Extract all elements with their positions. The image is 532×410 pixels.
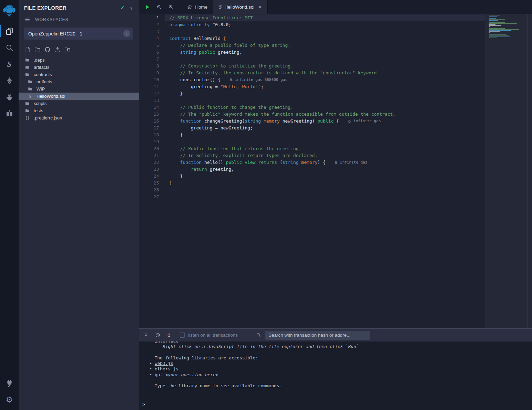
code-line[interactable]: 1// SPDX-License-Identifier: MIT — [139, 14, 485, 21]
terminal-output[interactable]: interface - Right click on a JavaScript … — [139, 341, 532, 410]
terminal-search-icon — [256, 332, 262, 338]
code-line[interactable]: 15 // The "public" keyword makes the fun… — [139, 111, 485, 118]
remix-logo-icon[interactable] — [2, 3, 17, 18]
code-line[interactable]: 24 } — [139, 173, 485, 180]
line-number: 8 — [139, 63, 165, 70]
code-line[interactable]: 2pragma solidity ^0.8.0; — [139, 21, 485, 28]
code-line[interactable]: 7 — [139, 56, 485, 63]
activity-item-solidity-compiler[interactable]: S — [0, 56, 19, 72]
tree-item-artifacts[interactable]: artifacts — [19, 78, 139, 85]
tree-item-label: HelloWorld.sol — [36, 94, 65, 99]
code-line[interactable]: 4contract HelloWorld { — [139, 35, 485, 42]
code-text: contract HelloWorld { — [165, 35, 226, 42]
code-line[interactable]: 20 // Public function that returns the g… — [139, 145, 485, 152]
search-icon — [5, 43, 14, 52]
file-explorer-panel: FILE EXPLORER ✓ › WORKSPACES OpenZeppeli… — [19, 0, 139, 410]
code-pane[interactable]: 1// SPDX-License-Identifier: MIT2pragma … — [139, 14, 485, 328]
gas-estimate-text: infinite gas 368600 gas — [235, 76, 287, 83]
code-editor[interactable]: 1// SPDX-License-Identifier: MIT2pragma … — [139, 14, 532, 328]
upload-file-button[interactable] — [54, 46, 61, 53]
new-folder-button[interactable] — [34, 46, 41, 53]
code-line[interactable]: 18 } — [139, 132, 485, 138]
code-text: // In Solidity, explicit return types ar… — [165, 152, 317, 159]
code-line[interactable]: 6 string public greeting; — [139, 49, 485, 56]
terminal-text: The following libraries are accessible: — [149, 355, 258, 360]
close-tab-icon[interactable]: × — [258, 4, 262, 10]
github-button[interactable] — [44, 46, 51, 53]
line-number: 18 — [139, 132, 165, 138]
code-token: ; — [261, 84, 264, 89]
activity-item-learneth[interactable] — [0, 105, 19, 122]
activity-bar: S ⚙ — [0, 0, 19, 410]
terminal-prompt[interactable]: > — [142, 402, 145, 407]
activity-item-deploy-and-run[interactable] — [0, 72, 19, 89]
tree-item-wip[interactable]: WIP — [19, 85, 139, 93]
code-line[interactable]: 16 function changeGreeting(string memory… — [139, 118, 485, 125]
code-line-body: greeting = "Hello, World!"; — [165, 83, 485, 90]
activity-item-debugger[interactable] — [0, 89, 19, 105]
activity-item-file-explorer[interactable] — [0, 23, 19, 39]
code-line[interactable]: 21 // In Solidity, explicit return types… — [139, 152, 485, 159]
code-line[interactable]: 27 — [139, 193, 485, 200]
code-line[interactable]: 14 // Public function to change the gree… — [139, 104, 485, 111]
tree-item-artifacts[interactable]: artifacts — [19, 64, 139, 71]
solidity-file-icon: S — [219, 4, 222, 10]
folder-icon — [25, 65, 30, 70]
code-line[interactable]: 25} — [139, 180, 485, 187]
chevron-right-icon[interactable]: › — [130, 6, 132, 10]
tree-item-label: tests — [34, 108, 43, 113]
clear-console-icon[interactable] — [155, 332, 161, 338]
tree-item-scripts[interactable]: scripts — [19, 100, 139, 107]
terminal-search-input[interactable] — [265, 331, 370, 340]
tree-item-helloworld-sol[interactable]: SHelloWorld.sol — [19, 93, 139, 100]
code-line-body: return greeting; — [165, 166, 485, 173]
zoom-in-button[interactable] — [168, 0, 174, 14]
tree-item-contracts[interactable]: contracts — [19, 71, 139, 78]
accept-check-icon[interactable]: ✓ — [120, 4, 125, 11]
expand-terminal-icon[interactable] — [143, 332, 149, 338]
tree-item-tests[interactable]: tests — [19, 107, 139, 114]
code-line[interactable]: 23 return greeting; — [139, 166, 485, 173]
tab-helloworld-sol[interactable]: SHelloWorld.sol× — [213, 0, 268, 14]
workspace-select[interactable]: OpenZeppelin ERC20 - 1 — [24, 28, 133, 40]
minimap-line — [489, 40, 489, 40]
code-line[interactable]: 26 — [139, 187, 485, 193]
code-line[interactable]: 5 // Declare a public field of type stri… — [139, 42, 485, 49]
code-token: string — [180, 50, 196, 55]
transaction-count-badge: 0 — [168, 333, 170, 338]
code-token: greeting = — [169, 84, 221, 89]
code-token: function — [180, 160, 202, 165]
code-line[interactable]: 17 greeting = newGreeting; — [139, 125, 485, 132]
listen-transactions-checkbox[interactable] — [180, 333, 185, 338]
minimap-line — [489, 32, 490, 33]
code-line[interactable]: 10 constructor() {infinite gas 368600 ga… — [139, 76, 485, 83]
code-line[interactable]: 12 } — [139, 90, 485, 97]
hamburger-menu-icon[interactable] — [24, 16, 31, 23]
code-line[interactable]: 22 function hello() public view returns … — [139, 159, 485, 166]
code-line[interactable]: 8 // Constructor to initialize the greet… — [139, 63, 485, 70]
code-token: hello() — [202, 160, 226, 165]
activity-item-search[interactable] — [0, 39, 19, 56]
terminal-line: • web3.js — [149, 361, 532, 366]
activity-item-settings[interactable]: ⚙ — [0, 391, 19, 408]
tree-item--deps[interactable]: .deps — [19, 56, 139, 64]
zoom-out-button[interactable] — [156, 0, 162, 14]
line-number: 27 — [139, 193, 165, 200]
activity-item-plugin-manager[interactable] — [0, 375, 19, 391]
tab-home[interactable]: Home — [181, 0, 213, 14]
terminal-link[interactable]: web3.js — [155, 361, 173, 366]
code-line[interactable]: 3 — [139, 28, 485, 35]
code-line[interactable]: 11 greeting = "Hello, World!"; — [139, 83, 485, 90]
run-play-button[interactable] — [145, 0, 150, 14]
minimap[interactable] — [489, 15, 520, 43]
upload-folder-button[interactable] — [64, 46, 71, 53]
new-file-button[interactable] — [24, 46, 31, 53]
code-line[interactable]: 9 // In Solidity, the constructor is def… — [139, 70, 485, 76]
code-line[interactable]: 19 — [139, 138, 485, 145]
code-line[interactable]: 13 — [139, 97, 485, 104]
minimap-line — [489, 35, 509, 36]
terminal-link[interactable]: ethers.js — [155, 366, 178, 371]
code-line-body — [165, 138, 485, 145]
line-number: 21 — [139, 152, 165, 159]
tree-item--prettierrc-json[interactable]: {}.prettierrc.json — [19, 114, 139, 122]
